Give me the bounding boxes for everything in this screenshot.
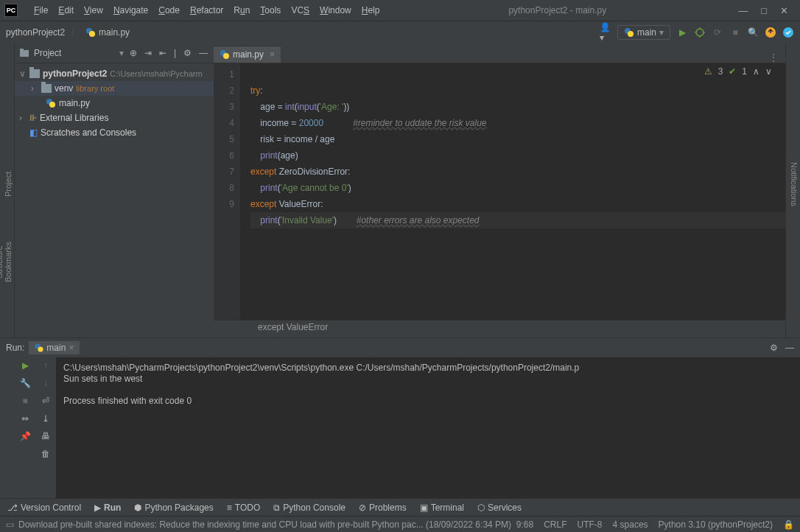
tree-external-libs[interactable]: › ⊪ External Libraries <box>15 111 214 125</box>
collapse-all-icon[interactable]: ⇤ <box>158 46 168 60</box>
run-config-selector[interactable]: main ▾ <box>617 25 670 40</box>
structure-tool-button[interactable]: Structure <box>0 242 4 282</box>
divider: | <box>172 46 178 60</box>
editor-tabs-more[interactable]: ⋮ <box>762 52 785 63</box>
bookmarks-tool-button[interactable]: Bookmarks <box>4 242 13 282</box>
menu-navigate[interactable]: Navigate <box>109 4 152 17</box>
tree-scratches[interactable]: ◧ Scratches and Consoles <box>15 125 214 140</box>
lock-icon[interactable]: 🔒 <box>783 519 794 530</box>
python-packages-tool[interactable]: ⬢Python Packages <box>134 503 213 513</box>
crumb-file[interactable]: main.py <box>99 27 130 38</box>
inspection-widget[interactable]: ⚠3 ✔1 ∧ ∨ <box>704 66 772 77</box>
menu-tools[interactable]: Tools <box>256 4 285 17</box>
problems-icon: ⊘ <box>359 503 366 513</box>
menu-code[interactable]: Code <box>154 4 184 17</box>
tree-project-root[interactable]: ∨ pythonProject2 C:\Users\mshah\Pycharm <box>15 66 214 81</box>
warning-count: 3 <box>718 66 723 77</box>
menu-edit[interactable]: Edit <box>54 4 78 17</box>
code-with-me-button[interactable] <box>782 27 794 38</box>
status-menu-icon[interactable]: ▭ <box>6 519 18 530</box>
code-editor[interactable]: 123 456 789 try: age = int(input('Age: '… <box>214 63 785 320</box>
console-icon: ⧉ <box>273 503 280 513</box>
menu-window[interactable]: Window <box>315 4 356 17</box>
up-trace-icon[interactable]: ↑ <box>43 360 48 371</box>
python-file-icon <box>85 27 96 38</box>
maximize-button[interactable]: □ <box>761 5 767 16</box>
next-highlight-icon[interactable]: ∨ <box>765 66 772 77</box>
update-button[interactable] <box>765 27 776 38</box>
notifications-tool-button[interactable]: Notifications <box>790 49 799 320</box>
run-actions-icon[interactable]: 🔧 <box>20 378 31 388</box>
svg-point-18 <box>38 347 43 352</box>
app-logo: PC <box>4 4 18 17</box>
stop-button[interactable]: ■ <box>729 27 741 38</box>
expand-all-icon[interactable]: ⇥ <box>143 46 153 60</box>
rerun-button[interactable]: ▶ <box>22 360 29 371</box>
soft-wrap-icon[interactable]: ⏎ <box>42 396 49 406</box>
scroll-end-icon[interactable]: ⤓ <box>42 413 49 424</box>
run-coverage-button[interactable]: ⟳ <box>712 27 723 38</box>
navigation-bar: pythonProject2 〉 main.py 👤▾ main ▾ ▶ ⟳ ■… <box>0 21 800 43</box>
bottom-tool-stripe: ⎇Version Control ▶Run ⬢Python Packages ≡… <box>0 498 800 516</box>
window-title: pythonProject2 - main.py <box>384 5 731 15</box>
locate-icon[interactable]: ⊕ <box>128 46 138 60</box>
stop-icon[interactable]: ■ <box>22 396 27 406</box>
hide-tool-icon[interactable]: ― <box>197 46 209 60</box>
services-tool[interactable]: ⬡Services <box>477 503 522 513</box>
terminal-tool[interactable]: ▣Terminal <box>420 503 464 513</box>
menu-run[interactable]: Run <box>229 4 254 17</box>
terminal-icon: ▣ <box>420 503 428 513</box>
pass-count: 1 <box>742 66 747 77</box>
debug-button[interactable] <box>694 27 706 38</box>
todo-tool[interactable]: ≡TODO <box>227 503 260 513</box>
tree-main-file[interactable]: main.py <box>15 96 214 111</box>
pin-icon[interactable]: 📌 <box>20 431 31 441</box>
tree-venv-tag: library root <box>76 84 114 93</box>
editor-tab-main[interactable]: main.py × <box>214 46 281 63</box>
menu-help[interactable]: Help <box>357 4 385 17</box>
add-user-icon[interactable]: 👤▾ <box>600 27 611 38</box>
run-tool[interactable]: ▶Run <box>94 503 121 513</box>
caret-position[interactable]: 9:68 <box>516 519 533 530</box>
crumb-project[interactable]: pythonProject2 <box>6 27 65 38</box>
project-tool-title: Project <box>34 48 115 58</box>
print-icon[interactable]: 🖶 <box>41 431 50 441</box>
status-message[interactable]: Download pre-built shared indexes: Reduc… <box>18 519 516 530</box>
run-button[interactable]: ▶ <box>676 27 688 38</box>
svg-point-1 <box>89 31 95 37</box>
tree-venv[interactable]: › venv library root <box>15 81 214 96</box>
close-tab-icon[interactable]: × <box>267 49 275 60</box>
settings-icon[interactable]: ⚙ <box>182 46 193 60</box>
checkmark-icon: ✔ <box>729 66 736 77</box>
editor-area: main.py × ⋮ 123 456 789 try: age = int(i… <box>214 43 785 337</box>
indent-setting[interactable]: 4 spaces <box>613 519 648 530</box>
prev-highlight-icon[interactable]: ∧ <box>753 66 759 77</box>
editor-tab-label: main.py <box>233 49 264 60</box>
layout-icon[interactable]: ⇔ <box>21 413 29 424</box>
close-button[interactable]: ✕ <box>780 5 788 16</box>
menu-view[interactable]: View <box>80 4 108 17</box>
run-settings-icon[interactable]: ⚙ <box>770 343 778 353</box>
menu-file[interactable]: File <box>29 4 52 17</box>
clear-all-icon[interactable]: 🗑 <box>41 449 50 459</box>
code-content[interactable]: try: age = int(input('Age: ')) income = … <box>240 63 785 320</box>
svg-rect-12 <box>20 49 24 51</box>
line-separator[interactable]: CRLF <box>544 519 566 530</box>
close-run-tab-icon[interactable]: × <box>69 343 74 353</box>
minimize-button[interactable]: ― <box>738 5 748 16</box>
menu-vcs[interactable]: VCS <box>287 4 314 17</box>
problems-tool[interactable]: ⊘Problems <box>359 503 407 513</box>
file-encoding[interactable]: UTF-8 <box>578 519 603 530</box>
python-interpreter[interactable]: Python 3.10 (pythonProject2) <box>659 519 773 530</box>
play-icon: ▶ <box>94 503 101 513</box>
version-control-tool[interactable]: ⎇Version Control <box>7 503 81 513</box>
down-trace-icon[interactable]: ↓ <box>43 378 48 388</box>
console-output[interactable]: C:\Users\mshah\PycharmProjects\pythonPro… <box>56 357 800 498</box>
tree-file-label: main.py <box>59 98 90 108</box>
hide-run-icon[interactable]: ― <box>785 343 794 353</box>
project-view-selector[interactable]: ▾ <box>119 48 124 58</box>
menu-refactor[interactable]: Refactor <box>186 4 228 17</box>
python-console-tool[interactable]: ⧉Python Console <box>273 503 345 513</box>
run-tab-main[interactable]: main × <box>29 341 80 354</box>
search-everywhere-button[interactable]: 🔍 <box>747 27 759 38</box>
